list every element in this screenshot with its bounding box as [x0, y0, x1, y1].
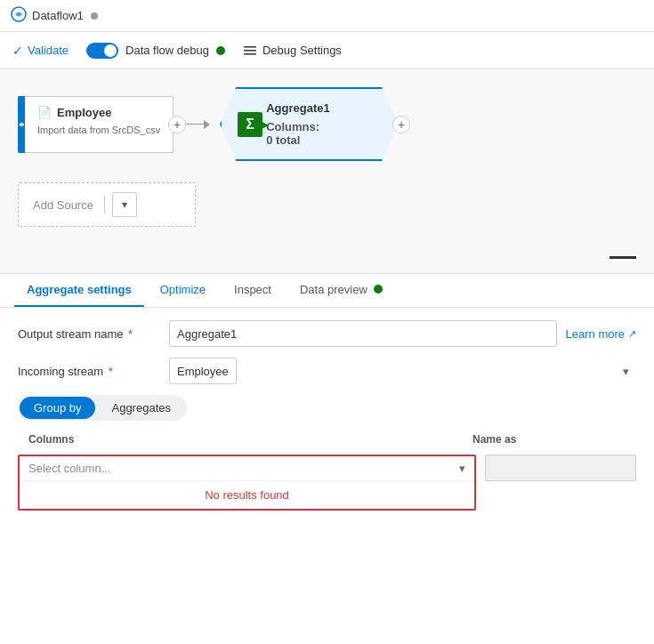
output-stream-label: Output stream name *: [18, 327, 160, 341]
aggregate-columns-label: Columns:: [266, 120, 319, 133]
validate-check-icon: ✓: [12, 44, 23, 58]
data-preview-dot: [374, 285, 383, 294]
incoming-stream-required: *: [105, 365, 113, 378]
add-source-divider: [104, 196, 105, 213]
settings-panel: Aggregate settings Optimize Inspect Data…: [0, 274, 654, 523]
group-by-button[interactable]: Group by: [20, 397, 95, 419]
employee-node[interactable]: 📄 Employee Import data from SrcDS_csv +: [18, 96, 174, 153]
svg-rect-3: [244, 53, 256, 55]
learn-more-link[interactable]: Learn more ↗: [566, 327, 636, 341]
employee-node-add-btn[interactable]: +: [168, 116, 186, 133]
tab-inspect[interactable]: Inspect: [222, 274, 284, 307]
add-source-label: Add Source: [33, 198, 93, 212]
columns-table-header: Columns Name as: [18, 433, 636, 446]
select-column-dropdown[interactable]: Select column... ▾: [20, 456, 474, 480]
arrow-head: [204, 120, 210, 129]
aggregates-button[interactable]: Aggregates: [97, 397, 185, 419]
tab-aggregate-settings[interactable]: Aggregate settings: [14, 274, 144, 307]
tab-data-preview[interactable]: Data preview: [287, 274, 396, 307]
dataflow-icon: [11, 6, 27, 25]
debug-settings-icon: [243, 44, 257, 58]
employee-db-icon: 📄: [37, 106, 52, 119]
toolbar: ✓ Validate Data flow debug Debug Setting…: [0, 32, 654, 69]
incoming-stream-chevron-icon: ▾: [623, 365, 629, 378]
aggregate-node[interactable]: Σ ▶ Aggregate1 Columns: 0 total: [220, 87, 398, 161]
node-row: 📄 Employee Import data from SrcDS_csv + …: [18, 87, 636, 161]
aggregate-node-wrapper: Σ ▶ Aggregate1 Columns: 0 total +: [220, 87, 398, 161]
dataflow-name: Dataflow1: [32, 9, 84, 22]
aggregate-columns-value: 0 total: [266, 133, 300, 147]
validate-button[interactable]: ✓ Validate: [12, 44, 69, 58]
select-column-chevron-icon: ▾: [459, 462, 465, 475]
form-area: Output stream name * Learn more ↗ Incomi…: [0, 308, 654, 523]
select-column-row: Select column... ▾ No results found: [18, 455, 636, 511]
select-column-placeholder: Select column...: [28, 462, 111, 475]
toggle-knob: [104, 44, 117, 57]
add-source-button[interactable]: Add Source ▾: [18, 182, 196, 227]
source-arrow-icon: [18, 118, 25, 131]
debug-label: Data flow debug: [125, 44, 209, 57]
incoming-stream-select-wrapper: Employee ▾: [169, 358, 636, 384]
title-bar: Dataflow1: [0, 0, 654, 32]
debug-settings-button[interactable]: Debug Settings: [243, 44, 342, 58]
output-stream-row: Output stream name * Learn more ↗: [18, 320, 636, 347]
aggregate-arrow-icon: ▶: [261, 118, 269, 131]
name-as-input[interactable]: [485, 455, 636, 481]
output-stream-required: *: [125, 327, 133, 341]
nameas-header-label: Name as: [472, 433, 633, 446]
debug-toggle-area: Data flow debug: [86, 43, 225, 59]
learn-more-icon: ↗: [628, 328, 636, 340]
aggregate-add-btn[interactable]: +: [392, 116, 410, 133]
debug-toggle[interactable]: [86, 43, 118, 59]
incoming-stream-label: Incoming stream *: [18, 365, 160, 378]
select-column-wrapper: Select column... ▾ No results found: [18, 455, 476, 511]
svg-rect-1: [244, 46, 256, 48]
tab-optimize[interactable]: Optimize: [148, 274, 218, 307]
incoming-stream-row: Incoming stream * Employee ▾: [18, 358, 636, 384]
title-unsaved-dot: [91, 12, 98, 20]
add-source-chevron-icon: ▾: [122, 198, 127, 211]
svg-rect-2: [244, 50, 256, 52]
add-source-dropdown-btn[interactable]: ▾: [112, 192, 137, 217]
employee-node-body: 📄 Employee Import data from SrcDS_csv: [25, 96, 174, 153]
minimize-bar[interactable]: [610, 256, 636, 259]
group-aggregates-tabs: Group by Aggregates: [18, 395, 187, 421]
aggregate-title: Aggregate1: [266, 101, 360, 115]
no-results-message: No results found: [20, 480, 474, 509]
output-stream-input[interactable]: [169, 320, 557, 347]
validate-label: Validate: [28, 44, 69, 57]
employee-node-sub: Import data from SrcDS_csv: [37, 125, 160, 135]
debug-settings-label: Debug Settings: [262, 44, 342, 57]
canvas: 📄 Employee Import data from SrcDS_csv + …: [0, 69, 654, 274]
employee-node-name: Employee: [57, 106, 111, 119]
aggregate-sigma-icon: Σ: [238, 112, 262, 137]
debug-status-dot: [216, 46, 225, 55]
aggregate-columns: Columns: 0 total: [266, 120, 360, 147]
employee-node-header: 📄 Employee: [37, 106, 160, 119]
columns-header-label: Columns: [21, 433, 472, 446]
tabs-bar: Aggregate settings Optimize Inspect Data…: [0, 274, 654, 308]
incoming-stream-select[interactable]: Employee: [169, 358, 237, 384]
node-left-bar: [18, 96, 25, 153]
